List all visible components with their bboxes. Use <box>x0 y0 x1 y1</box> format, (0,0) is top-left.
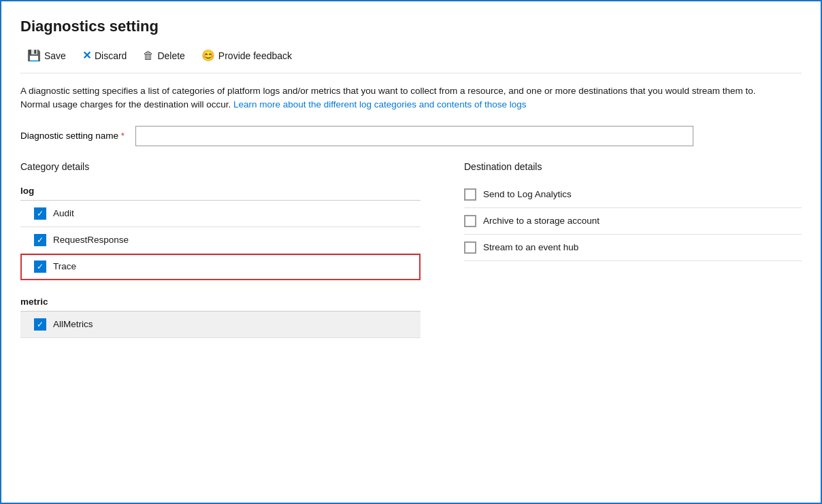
trace-label: Trace <box>53 261 76 271</box>
allmetrics-checkbox[interactable]: ✓ <box>34 318 46 331</box>
destination-details-title: Destination details <box>464 161 802 172</box>
metric-group-label: metric <box>20 292 421 312</box>
allmetrics-label: AllMetrics <box>53 319 93 329</box>
requestresponse-item: ✓ RequestResponse <box>20 227 421 254</box>
description-text: A diagnostic setting specifies a list of… <box>20 84 769 112</box>
setting-name-input[interactable] <box>135 126 693 146</box>
event-hub-item: Stream to an event hub <box>464 235 802 261</box>
requestresponse-checkbox[interactable]: ✓ <box>34 234 46 246</box>
log-analytics-checkbox[interactable] <box>464 188 476 201</box>
save-icon: 💾 <box>27 49 41 62</box>
delete-button[interactable]: 🗑 Delete <box>136 47 191 65</box>
two-col-layout: Category details log ✓ Audit ✓ <box>20 161 802 350</box>
setting-name-label: Diagnostic setting name * <box>20 131 125 141</box>
audit-checkbox[interactable]: ✓ <box>34 207 46 220</box>
delete-icon: 🗑 <box>143 50 154 62</box>
metric-group: metric ✓ AllMetrics <box>20 292 421 338</box>
trace-item: ✓ Trace <box>20 254 421 280</box>
feedback-icon: 😊 <box>201 49 215 62</box>
send-to-log-analytics-item: Send to Log Analytics <box>464 182 802 208</box>
page-title: Diagnostics setting <box>20 18 802 35</box>
log-group-label: log <box>20 182 421 201</box>
setting-name-row: Diagnostic setting name * <box>20 126 802 146</box>
discard-icon: ✕ <box>82 49 91 62</box>
learn-more-link[interactable]: Learn more about the different log categ… <box>233 99 527 110</box>
category-details-col: Category details log ✓ Audit ✓ <box>20 161 442 350</box>
feedback-button[interactable]: 😊 Provide feedback <box>195 46 299 65</box>
diagnostics-page: Diagnostics setting 💾 Save ✕ Discard 🗑 D… <box>0 0 822 504</box>
event-hub-checkbox[interactable] <box>464 241 476 254</box>
requestresponse-checkmark: ✓ <box>37 236 44 244</box>
storage-account-checkbox[interactable] <box>464 215 476 227</box>
trace-checkbox[interactable]: ✓ <box>34 261 46 273</box>
audit-item: ✓ Audit <box>20 201 421 227</box>
storage-account-label: Archive to a storage account <box>483 216 599 226</box>
log-analytics-label: Send to Log Analytics <box>483 189 572 199</box>
save-button[interactable]: 💾 Save <box>20 46 73 65</box>
log-group: log ✓ Audit ✓ RequestResponse <box>20 182 421 280</box>
audit-checkmark: ✓ <box>37 209 44 218</box>
category-details-title: Category details <box>20 161 421 172</box>
event-hub-label: Stream to an event hub <box>483 242 578 252</box>
allmetrics-checkmark: ✓ <box>37 320 44 329</box>
toolbar: 💾 Save ✕ Discard 🗑 Delete 😊 Provide feed… <box>20 46 802 73</box>
required-indicator: * <box>121 131 125 141</box>
audit-label: Audit <box>53 208 74 218</box>
requestresponse-label: RequestResponse <box>53 235 129 245</box>
discard-button[interactable]: ✕ Discard <box>76 46 133 65</box>
archive-storage-item: Archive to a storage account <box>464 208 802 235</box>
trace-checkmark: ✓ <box>37 263 44 271</box>
allmetrics-item: ✓ AllMetrics <box>20 312 421 338</box>
destination-details-col: Destination details Send to Log Analytic… <box>442 161 802 350</box>
